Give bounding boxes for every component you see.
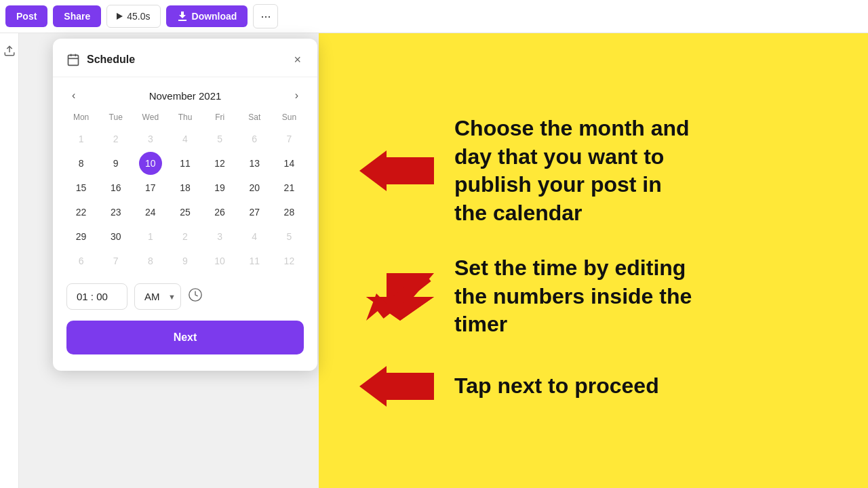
calendar-cell[interactable]: 2 bbox=[174, 225, 197, 248]
clock-icon bbox=[188, 287, 203, 302]
month-year-label: November 2021 bbox=[149, 90, 222, 102]
time-row: AM PM ▼ bbox=[53, 272, 317, 310]
day-fri: Fri bbox=[203, 110, 237, 125]
day-sat: Sat bbox=[237, 110, 272, 125]
calendar-cell[interactable]: 20 bbox=[243, 176, 266, 199]
calendar-cell[interactable]: 29 bbox=[70, 225, 93, 248]
prev-month-button[interactable]: ‹ bbox=[66, 87, 81, 104]
day-sun: Sun bbox=[272, 110, 307, 125]
ampm-wrapper: AM PM ▼ bbox=[134, 283, 181, 310]
calendar-cell[interactable]: 6 bbox=[243, 127, 266, 150]
ampm-select[interactable]: AM PM bbox=[134, 283, 181, 310]
calendar-icon bbox=[66, 53, 80, 66]
mid-instruction-block: Set the time by editingthe numbers insid… bbox=[359, 254, 827, 339]
schedule-dialog: Schedule × ‹ November 2021 › Mon Tue Wed… bbox=[53, 39, 317, 371]
calendar-cell[interactable]: 18 bbox=[174, 176, 197, 199]
calendar-cell[interactable]: 16 bbox=[104, 176, 127, 199]
close-button[interactable]: × bbox=[291, 51, 304, 68]
calendar-cell[interactable]: 28 bbox=[277, 201, 300, 224]
calendar-cell[interactable]: 1 bbox=[70, 127, 93, 150]
bottom-instruction-text: Tap next to proceed bbox=[454, 372, 659, 401]
mid-arrow-space bbox=[359, 273, 434, 321]
play-time-label: 45.0s bbox=[127, 11, 150, 22]
calendar-cell[interactable]: 4 bbox=[174, 127, 197, 150]
dialog-title-area: Schedule bbox=[66, 53, 135, 66]
calendar-cell[interactable]: 10 bbox=[208, 249, 231, 272]
top-instruction-text: Choose the month andday that you want to… bbox=[454, 115, 690, 227]
calendar-cell[interactable]: 9 bbox=[174, 249, 197, 272]
bottom-instruction-block: Tap next to proceed bbox=[359, 366, 827, 407]
top-bar: Post Share 45.0s Download ··· bbox=[0, 0, 868, 33]
calendar-cell[interactable]: 19 bbox=[208, 176, 231, 199]
calendar-cell[interactable]: 30 bbox=[104, 225, 127, 248]
play-button[interactable]: 45.0s bbox=[106, 5, 160, 28]
calendar-cell[interactable]: 7 bbox=[104, 249, 127, 272]
calendar-cell[interactable]: 1 bbox=[139, 225, 162, 248]
calendar-cell[interactable]: 11 bbox=[174, 152, 197, 175]
next-month-button[interactable]: › bbox=[290, 87, 304, 104]
calendar-cell[interactable]: 8 bbox=[70, 152, 93, 175]
download-button[interactable]: Download bbox=[166, 5, 248, 27]
next-button[interactable]: Next bbox=[66, 321, 304, 354]
mid-instruction-text: Set the time by editingthe numbers insid… bbox=[454, 254, 692, 339]
calendar-cell[interactable]: 23 bbox=[104, 201, 127, 224]
calendar-cell[interactable]: 22 bbox=[70, 201, 93, 224]
dialog-title: Schedule bbox=[87, 54, 135, 66]
calendar-cell[interactable]: 24 bbox=[139, 201, 162, 224]
calendar-cell[interactable]: 12 bbox=[208, 152, 231, 175]
arrow-left-bottom-icon bbox=[359, 366, 434, 407]
calendar-cells: 1234567891011121314151617181920212223242… bbox=[64, 127, 307, 272]
calendar-grid: Mon Tue Wed Thu Fri Sat Sun 123456789101… bbox=[53, 110, 317, 272]
top-instruction-block: Choose the month andday that you want to… bbox=[359, 115, 827, 227]
calendar-cell[interactable]: 5 bbox=[208, 127, 231, 150]
calendar-cell[interactable]: 25 bbox=[174, 201, 197, 224]
day-wed: Wed bbox=[133, 110, 167, 125]
day-thu: Thu bbox=[167, 110, 202, 125]
calendar-cell[interactable]: 13 bbox=[243, 152, 266, 175]
calendar-cell[interactable]: 12 bbox=[277, 249, 300, 272]
calendar-cell[interactable]: 4 bbox=[243, 225, 266, 248]
clock-button[interactable] bbox=[188, 287, 203, 306]
calendar-cell[interactable]: 3 bbox=[139, 127, 162, 150]
icon-bar bbox=[0, 33, 19, 488]
download-label: Download bbox=[192, 11, 237, 22]
calendar-cell[interactable]: 14 bbox=[277, 152, 300, 175]
calendar-cell[interactable]: 10 bbox=[139, 152, 162, 175]
calendar-cell[interactable]: 27 bbox=[243, 201, 266, 224]
arrow-down-left-icon bbox=[366, 273, 434, 321]
time-input[interactable] bbox=[66, 283, 127, 310]
svg-marker-10 bbox=[359, 366, 434, 407]
calendar-cell[interactable]: 15 bbox=[70, 176, 93, 199]
calendar-cell[interactable]: 8 bbox=[139, 249, 162, 272]
days-header: Mon Tue Wed Thu Fri Sat Sun bbox=[64, 110, 307, 125]
download-icon bbox=[177, 11, 188, 22]
right-panel: Choose the month andday that you want to… bbox=[319, 33, 868, 488]
calendar-cell[interactable]: 7 bbox=[277, 127, 300, 150]
more-button[interactable]: ··· bbox=[253, 4, 278, 28]
calendar-cell[interactable]: 17 bbox=[139, 176, 162, 199]
calendar-cell[interactable]: 2 bbox=[104, 127, 127, 150]
dialog-header: Schedule × bbox=[53, 39, 317, 77]
day-tue: Tue bbox=[98, 110, 133, 125]
svg-rect-0 bbox=[68, 55, 79, 65]
main-area: Schedule × ‹ November 2021 › Mon Tue Wed… bbox=[0, 33, 868, 488]
arrow-left-top-icon bbox=[359, 150, 434, 191]
day-mon: Mon bbox=[64, 110, 98, 125]
post-button[interactable]: Post bbox=[5, 5, 47, 27]
calendar-cell[interactable]: 5 bbox=[277, 225, 300, 248]
share-button[interactable]: Share bbox=[53, 5, 101, 27]
calendar-cell[interactable]: 9 bbox=[104, 152, 127, 175]
left-panel: Schedule × ‹ November 2021 › Mon Tue Wed… bbox=[0, 33, 319, 488]
calendar-cell[interactable]: 11 bbox=[243, 249, 266, 272]
calendar-cell[interactable]: 21 bbox=[277, 176, 300, 199]
sidebar-upload-icon[interactable] bbox=[3, 44, 16, 58]
svg-marker-5 bbox=[359, 150, 434, 191]
calendar-cell[interactable]: 3 bbox=[208, 225, 231, 248]
calendar-cell[interactable]: 26 bbox=[208, 201, 231, 224]
calendar-nav: ‹ November 2021 › bbox=[53, 77, 317, 110]
play-icon bbox=[117, 13, 123, 20]
calendar-cell[interactable]: 6 bbox=[70, 249, 93, 272]
